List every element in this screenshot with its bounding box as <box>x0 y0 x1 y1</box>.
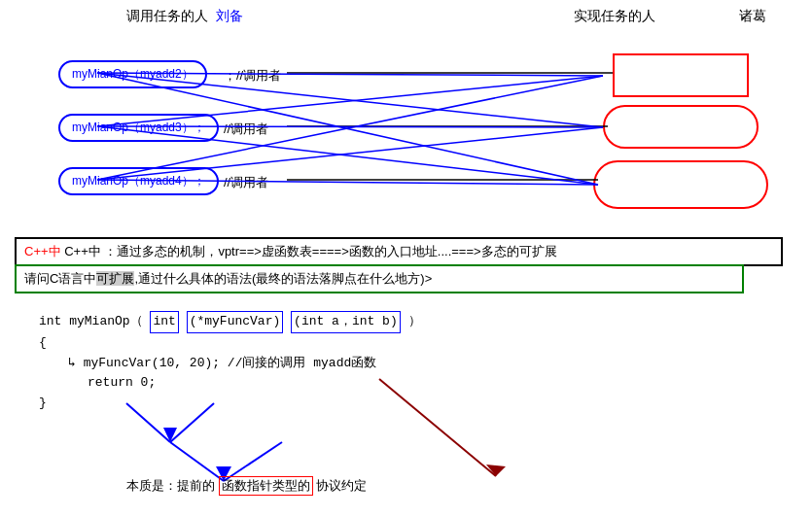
right-oval-2 <box>603 105 759 149</box>
caller-label: 调用任务的人 刘备 <box>126 8 243 25</box>
code-line-2: { <box>39 333 421 354</box>
oval-3: myMianOp（myadd4）； <box>58 167 219 195</box>
code-line1-prefix: int myMianOp（ <box>39 314 143 328</box>
svg-marker-13 <box>486 465 506 476</box>
code-params-box: (int a，int b) <box>291 311 401 333</box>
code-funcvar-box: (*myFuncVar) <box>187 311 284 333</box>
caller-suffix-1: ；//调用者 <box>224 67 281 85</box>
bottom-box-text: 函数指针类型的 <box>219 476 313 496</box>
bottom-prefix: 本质是：提前的 <box>126 478 215 493</box>
bottom-text: 本质是：提前的 函数指针类型的 协议约定 <box>126 476 367 496</box>
code-line-4: return 0; <box>88 373 421 394</box>
code-line-5: } <box>39 394 421 414</box>
svg-marker-16 <box>163 428 177 442</box>
right-oval-3 <box>593 160 768 209</box>
caller-label-text: 调用任务的人 <box>126 8 208 23</box>
svg-line-17 <box>170 442 224 481</box>
svg-line-18 <box>224 442 282 481</box>
caller-name: 刘备 <box>216 8 243 23</box>
implementer-label-text: 实现任务的人 <box>574 8 655 23</box>
implementer-name: 诸葛 <box>739 8 766 25</box>
implementer-name-text: 诸葛 <box>739 8 766 23</box>
implementer-label: 实现任务的人 <box>574 8 655 25</box>
oval-2: myMianOp（myadd3）； <box>58 114 219 142</box>
bottom-suffix: 协议约定 <box>316 478 367 493</box>
caller-suffix-2: //调用者 <box>224 121 268 138</box>
code-section: int myMianOp（ int (*myFuncVar) (int a，in… <box>39 311 421 414</box>
code-line1-end: ） <box>408 314 421 328</box>
black-box-text: C++中 ：通过多态的机制，vptr==>虚函数表====>函数的入口地址...… <box>64 244 556 258</box>
oval-1: myMianOp（myadd2） <box>58 60 207 88</box>
code-line-1: int myMianOp（ int (*myFuncVar) (int a，in… <box>39 311 421 333</box>
right-rect-1 <box>613 53 749 97</box>
caller-suffix-3: //调用者 <box>224 174 268 191</box>
code-line-3: ↳ myFuncVar(10, 20); //间接的调用 myadd函数 <box>68 354 421 374</box>
green-box: 请问C语言中可扩展,通过什么具体的语法(最终的语法落脚点在什么地方)> <box>15 264 744 293</box>
main-canvas: 调用任务的人 刘备 实现任务的人 诸葛 myMianOp（myadd2） myM… <box>0 0 812 517</box>
black-box: C++中 C++中 ：通过多态的机制，vptr==>虚函数表====>函数的入口… <box>15 237 783 266</box>
code-int-box: int <box>150 311 178 333</box>
